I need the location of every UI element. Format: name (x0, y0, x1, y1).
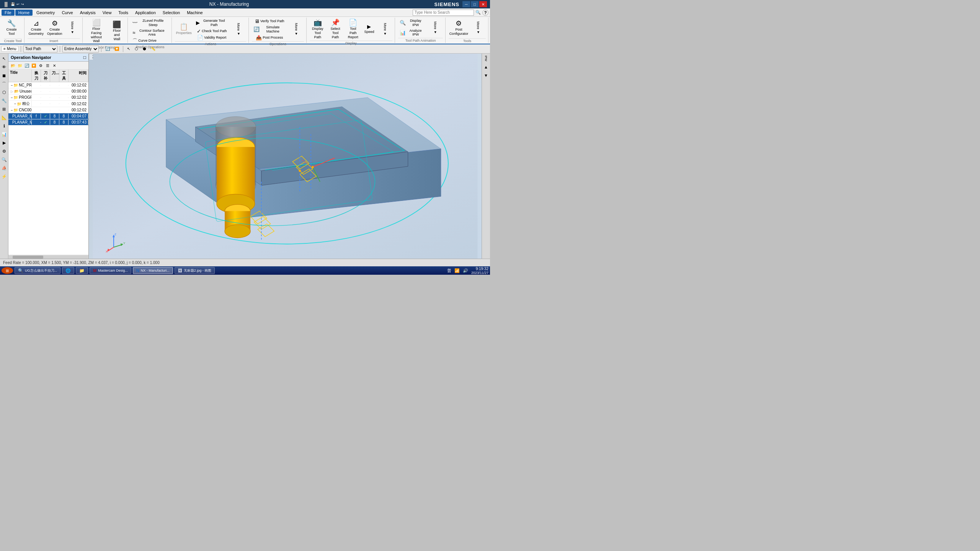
menu-application[interactable]: Application (132, 10, 159, 16)
sim-btn[interactable]: ▶ (1, 139, 8, 146)
check-toolpath-button[interactable]: ✓ Check Tool Path (194, 28, 230, 34)
create-operation-button[interactable]: ⚙ CreateOperation (46, 18, 63, 37)
rs-btn-2[interactable]: ▲ (483, 64, 490, 70)
expand-nc-program[interactable]: − (11, 83, 13, 87)
select-mode-button[interactable]: ↖ (126, 46, 132, 51)
search-input[interactable] (413, 10, 474, 16)
machine-btn[interactable]: ⚙ (1, 148, 8, 155)
snap-button[interactable]: ⬡ (133, 46, 140, 51)
elec-btn[interactable]: ⚡ (1, 173, 8, 180)
post-configurator-button[interactable]: ⚙ PostConfigurator (449, 18, 469, 37)
taskbar-item-chrome[interactable]: 🌐 (62, 267, 74, 274)
validity-report-button[interactable]: 📄 Validity Report (194, 35, 230, 41)
menu-button[interactable]: ≡ Menu (2, 46, 18, 52)
display-more-button[interactable]: More ▼ (377, 21, 392, 37)
insert-more-button[interactable]: More ▼ (65, 20, 80, 36)
nav-delete[interactable]: ✕ (51, 62, 57, 68)
verify-toolpath-button[interactable]: 🖥 Verify Tool Path (252, 18, 287, 24)
display-ipw-button[interactable]: 🔍 Display IPW (398, 18, 426, 28)
row-jing-gong[interactable]: − 📁 精公 00:12:02 (8, 101, 88, 107)
display-toolpath-button[interactable]: 📺 DisplayTool Path (310, 18, 326, 40)
expand-program[interactable]: − (11, 96, 13, 99)
refresh-button[interactable]: 🔄 (104, 46, 111, 51)
curve-drive-button[interactable]: ⌒ Curve Drive (131, 38, 158, 44)
close-button[interactable]: ✕ (479, 1, 487, 7)
row-planar-mill-1b[interactable]: PLANAR_MILL_1... ✓ 8 8 00:07:43 (8, 119, 88, 126)
generate-toolpath-button[interactable]: ▶ Generate Tool Path (194, 18, 230, 28)
tray-sound[interactable]: 🔊 (463, 268, 468, 273)
taskbar-item-mastercam[interactable]: M Mastercam Desig... (90, 267, 131, 274)
info-btn[interactable]: ℹ (1, 122, 8, 129)
tools-more-button[interactable]: More ▼ (470, 20, 486, 36)
maximize-button[interactable]: □ (471, 1, 479, 7)
curve-btn[interactable]: ⌒ (1, 80, 8, 87)
menu-home[interactable]: Home (15, 10, 33, 16)
menu-machine[interactable]: Machine (184, 10, 206, 16)
analysis-btn[interactable]: 📊 (1, 131, 8, 138)
properties-button[interactable]: 📋 Properties (175, 20, 193, 39)
taskbar-item-explorer[interactable]: 📁 (76, 267, 88, 274)
tray-network[interactable]: 📶 (454, 268, 460, 273)
op-nav-collapse[interactable]: □ (83, 55, 86, 60)
start-button[interactable]: ⊞ (2, 267, 13, 274)
contour-surface-button[interactable]: ≈ Contour Surface Area (131, 28, 169, 37)
expand-unused[interactable]: ▷ (11, 90, 13, 93)
toolpath-view-select[interactable]: Tool Path Program Order (23, 46, 57, 52)
menu-geometry[interactable]: Geometry (33, 10, 58, 16)
expand-jg[interactable]: − (14, 102, 16, 106)
menu-file[interactable]: File (2, 10, 15, 16)
nav-refresh[interactable]: 🔄 (24, 62, 30, 68)
nav-expand-all[interactable]: 📂 (10, 62, 16, 68)
nav-collapse-all[interactable]: 📁 (17, 62, 23, 68)
draft-btn[interactable]: 📐 (1, 114, 8, 121)
row-planar-mill-1[interactable]: PLANAR_MILL_1 f ✓ 8 8 00:04:07 (8, 113, 88, 119)
feature-btn[interactable]: ⬡ (1, 89, 8, 96)
qa-redo[interactable]: ↪ (21, 2, 24, 6)
row-nc-program[interactable]: − 📁 NC_PROGRAM 00:12:02 (8, 82, 88, 88)
row-program[interactable]: − 📁 PROGRAM 00:12:02 (8, 95, 88, 101)
select-toolpath-button[interactable]: 📌 SelectTool Path (327, 18, 343, 40)
menu-analysis[interactable]: Analysis (77, 10, 99, 16)
menu-curve[interactable]: Curve (59, 10, 76, 16)
tool-btn[interactable]: 🔧 (1, 97, 8, 104)
measure-button[interactable]: 📏 (149, 46, 157, 51)
view-btn[interactable]: 👁 (1, 64, 8, 70)
zlevel-profile-button[interactable]: 〰 ZLevel Profile Steep (131, 18, 169, 28)
speed-button[interactable]: ▶ Speed (363, 24, 376, 34)
expand-cnc00[interactable]: − (11, 108, 13, 112)
minimize-button[interactable]: ─ (462, 1, 470, 7)
assembly-select[interactable]: Entire Assembly Work Part (62, 46, 99, 52)
rs-btn-1[interactable]: IPW (483, 55, 490, 62)
nav-filter[interactable]: 🔽 (31, 62, 37, 68)
row-unused-items[interactable]: ▷ 📂 Unused Items 00:00:00 (8, 88, 88, 95)
row-cnc00[interactable]: − 📁 CNC00.NC 00:12:02 (8, 107, 88, 113)
nav-columns[interactable]: ☰ (44, 62, 51, 68)
menu-selection[interactable]: Selection (160, 10, 183, 16)
taskbar-item-ug[interactable]: 🔍 UG怎么做出不抬刀... (15, 267, 60, 274)
viewport[interactable]: 222.prt ✕ (89, 54, 482, 259)
assembly-btn[interactable]: ⊞ (1, 106, 8, 112)
clock-display[interactable]: 9:19:32 2023/11/27 (471, 267, 488, 275)
ops-more-button[interactable]: More ▼ (289, 21, 304, 37)
rs-btn-3[interactable]: ▼ (483, 72, 490, 79)
post-process-button[interactable]: 📤 Post Process (252, 35, 287, 41)
ship-btn[interactable]: ⛵ (1, 165, 8, 171)
snap2-button[interactable]: ⬢ (141, 46, 148, 51)
floor-and-wall-button[interactable]: ⬛ Floor andWall (108, 20, 125, 42)
tray-lang[interactable]: 普 (447, 268, 451, 274)
toolpath-report-button[interactable]: 📄 Tool PathReport (345, 18, 361, 40)
filter-button[interactable]: 🔽 (113, 46, 121, 51)
create-geometry-button[interactable]: ⊿ CreateGeometry (28, 18, 44, 37)
menu-tools[interactable]: Tools (115, 10, 131, 16)
nav-settings[interactable]: ⚙ (38, 62, 44, 68)
op-nav-scrollbar[interactable] (8, 255, 88, 259)
actions-more-button[interactable]: More ▼ (231, 21, 246, 37)
select-tool-btn[interactable]: ↖ (1, 55, 8, 62)
qa-save[interactable]: 💾 (11, 2, 15, 6)
floor-facing-without-wall-button[interactable]: ⬜ Floor Facingwithout Wall (86, 18, 107, 44)
modeling-btn[interactable]: ◼ (1, 72, 8, 79)
qa-undo[interactable]: ↩ (16, 2, 20, 6)
simulate-machine-button[interactable]: 🔄 Simulate Machine (252, 25, 287, 34)
scrollbar-thumb[interactable] (13, 256, 43, 259)
inspection-btn[interactable]: 🔍 (1, 156, 8, 163)
